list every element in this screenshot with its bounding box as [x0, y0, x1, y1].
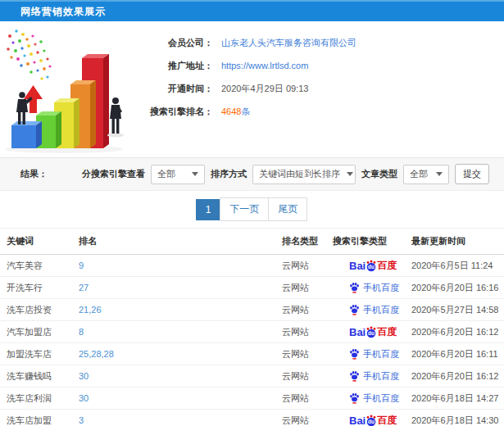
table-row: 开洗车行 27 云网站 手机百度 2020年6月20日 16:16 [0, 277, 504, 299]
mobile-baidu-label: 手机百度 [363, 392, 399, 405]
baidu-paw-icon: du [366, 326, 377, 338]
keyword-cell: 洗车店投资 [7, 304, 79, 316]
mobile-baidu-label: 手机百度 [363, 370, 399, 383]
baidu-logo: Bai du 百度 [349, 326, 397, 338]
mobile-baidu-paw-icon [349, 304, 360, 315]
baidu-paw-icon: du [366, 415, 377, 426]
rank-cell[interactable]: 25,28,28 [79, 349, 282, 359]
rank-type-cell: 云网站 [282, 304, 333, 316]
rank-type-cell: 云网站 [282, 415, 333, 426]
rank-cell[interactable]: 27 [79, 283, 282, 292]
sort-select[interactable]: 关键词由短到长排序 [252, 165, 356, 184]
update-time-cell: 2020年6月20日 16:11 [411, 348, 504, 360]
info-row-open-time: 开通时间： 2020年4月29日 09:13 [149, 77, 356, 100]
filter-controls: 分搜索引擎查看 全部 排序方式 关键词由短到长排序 文章类型 全部 提交 [82, 164, 489, 184]
update-time-cell: 2020年6月18日 14:30 [411, 415, 504, 426]
table-row: 汽车美容 9 云网站 Bai du 百度 2020年6月5日 11:24 [0, 255, 504, 277]
baidu-logo-bai: Bai [349, 261, 366, 271]
baidu-logo-cn: 百度 [377, 415, 397, 425]
bar-chart-growth-illustration [0, 21, 149, 156]
promo-url-label: 推广地址： [149, 60, 213, 72]
next-page-button[interactable]: 下一页 [220, 197, 269, 221]
baidu-logo-cn: 百度 [377, 327, 397, 337]
baidu-logo: Bai du 百度 [349, 260, 397, 272]
mobile-baidu-logo: 手机百度 [349, 370, 399, 383]
rank-count-value: 4648 [221, 106, 241, 116]
engine-filter-value: 全部 [157, 168, 175, 180]
rank-cell[interactable]: 8 [79, 327, 282, 337]
rank-cell[interactable]: 21,26 [79, 305, 282, 315]
sort-label: 排序方式 [211, 168, 247, 180]
chevron-down-icon [436, 172, 443, 176]
engine-cell: Bai du 百度 [333, 415, 411, 426]
keyword-cell: 汽车加盟店 [7, 326, 79, 338]
svg-text:du: du [368, 330, 375, 336]
mobile-baidu-logo: 手机百度 [349, 282, 399, 294]
engine-cell: 手机百度 [333, 392, 411, 405]
engine-cell: Bai du 百度 [333, 260, 411, 272]
rank-cell[interactable]: 30 [79, 371, 282, 381]
mobile-baidu-paw-icon [349, 392, 360, 404]
update-time-cell: 2020年5月27日 14:58 [411, 304, 504, 316]
keyword-cell: 洗车赚钱吗 [7, 370, 79, 383]
rank-cell[interactable]: 30 [79, 393, 282, 403]
keyword-cell: 洗车店加盟 [7, 415, 79, 426]
engine-filter-select[interactable]: 全部 [151, 165, 205, 184]
table-row: 洗车店利润 30 云网站 手机百度 2020年6月18日 14:27 [0, 387, 504, 410]
col-rank: 排名 [79, 235, 282, 247]
keyword-rank-table: 关键词 排名 排名类型 搜索引擎类型 最新更新时间 汽车美容 9 云网站 Bai… [0, 228, 504, 426]
rank-type-cell: 云网站 [282, 326, 333, 338]
rank-type-cell: 云网站 [282, 260, 333, 272]
baidu-paw-icon: du [366, 260, 377, 272]
svg-text:du: du [368, 419, 375, 424]
keyword-cell: 洗车店利润 [7, 392, 79, 405]
baidu-logo-bai: Bai [349, 415, 366, 426]
svg-text:du: du [368, 264, 375, 270]
info-row-company: 会员公司： 山东老人头汽车服务咨询有限公司 [149, 31, 356, 54]
table-header-row: 关键词 排名 排名类型 搜索引擎类型 最新更新时间 [0, 229, 504, 255]
info-row-url: 推广地址： https://www.lrtlsd.com [149, 54, 356, 77]
col-engine-type: 搜索引擎类型 [333, 235, 411, 247]
company-info-list: 会员公司： 山东老人头汽车服务咨询有限公司 推广地址： https://www.… [149, 21, 356, 157]
last-page-button[interactable]: 尾页 [268, 197, 307, 221]
chevron-down-icon [192, 172, 198, 176]
table-body: 汽车美容 9 云网站 Bai du 百度 2020年6月5日 11:24 开洗车… [0, 255, 504, 426]
rank-count-label: 搜索引擎排名： [149, 106, 213, 118]
rank-type-cell: 云网站 [282, 370, 333, 383]
engine-cell: 手机百度 [333, 304, 411, 316]
engine-cell: 手机百度 [333, 282, 411, 294]
promo-url-link[interactable]: https://www.lrtlsd.com [221, 61, 308, 70]
mobile-baidu-logo: 手机百度 [349, 304, 399, 316]
table-row: 汽车加盟店 8 云网站 Bai du 百度 2020年6月20日 16:12 [0, 321, 504, 343]
page-1-button[interactable]: 1 [196, 199, 221, 220]
table-row: 加盟洗车店 25,28,28 云网站 手机百度 2020年6月20日 16:11 [0, 343, 504, 365]
article-type-label: 文章类型 [361, 168, 397, 180]
company-name-link[interactable]: 山东老人头汽车服务咨询有限公司 [221, 37, 356, 49]
table-row: 洗车店投资 21,26 云网站 手机百度 2020年5月27日 14:58 [0, 299, 504, 321]
update-time-cell: 2020年6月20日 16:12 [411, 370, 504, 383]
open-time-label: 开通时间： [149, 83, 213, 95]
submit-button[interactable]: 提交 [455, 164, 489, 184]
company-info-section: 会员公司： 山东老人头汽车服务咨询有限公司 推广地址： https://www.… [0, 21, 504, 157]
mobile-baidu-label: 手机百度 [363, 348, 399, 360]
baidu-logo-cn: 百度 [377, 261, 397, 270]
update-time-cell: 2020年6月20日 16:12 [411, 326, 504, 338]
article-type-select[interactable]: 全部 [403, 165, 449, 184]
chevron-down-icon [347, 172, 353, 176]
page-title: 网络营销效果展示 [0, 5, 106, 19]
company-label: 会员公司： [149, 37, 213, 49]
engine-cell: Bai du 百度 [333, 326, 411, 338]
update-time-cell: 2020年6月18日 14:27 [411, 392, 504, 405]
result-label: 结果： [20, 168, 48, 180]
rank-type-cell: 云网站 [282, 392, 333, 405]
sort-value: 关键词由短到长排序 [259, 168, 340, 180]
rank-count-unit: 条 [241, 106, 250, 118]
col-updated: 最新更新时间 [411, 235, 504, 247]
mobile-baidu-paw-icon [349, 348, 360, 360]
page-header: 网络营销效果展示 [0, 0, 504, 21]
mobile-baidu-logo: 手机百度 [349, 348, 399, 360]
mobile-baidu-logo: 手机百度 [349, 392, 399, 405]
rank-cell[interactable]: 3 [79, 415, 282, 425]
article-type-value: 全部 [410, 168, 428, 180]
rank-cell[interactable]: 9 [79, 261, 282, 270]
